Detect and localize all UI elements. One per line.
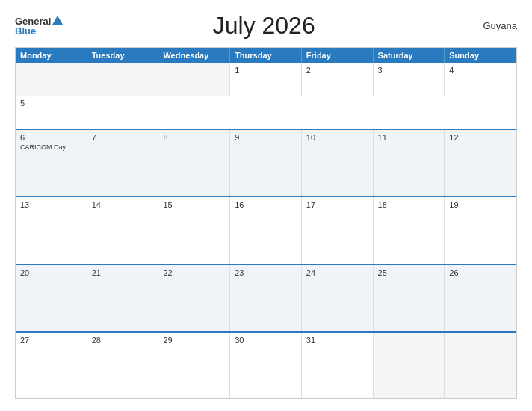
cal-header-day: Saturday — [374, 48, 445, 63]
cal-cell: 30 — [230, 333, 302, 398]
day-number: 2 — [306, 66, 368, 75]
day-number: 31 — [306, 336, 368, 344]
calendar-event: CARICOM Day — [20, 143, 82, 151]
cal-cell: 23 — [230, 265, 302, 331]
cal-header-day: Friday — [302, 48, 374, 63]
day-number: 18 — [378, 200, 440, 209]
cal-cell: 25 — [374, 265, 445, 331]
day-number: 28 — [92, 336, 154, 344]
cal-cell — [16, 63, 87, 96]
cal-cell: 31 — [302, 333, 374, 398]
cal-week: 12345 — [16, 63, 516, 129]
cal-cell: 12 — [445, 130, 516, 196]
logo-triangle-icon — [52, 16, 63, 25]
cal-cell: 15 — [158, 197, 230, 263]
cal-cell: 20 — [16, 265, 87, 331]
day-number: 24 — [306, 268, 368, 277]
cal-week: 13141516171819 — [16, 196, 516, 263]
cal-header-day: Monday — [16, 48, 87, 63]
day-number: 9 — [235, 133, 297, 142]
calendar-header: MondayTuesdayWednesdayThursdayFridaySatu… — [16, 48, 516, 63]
header: General Blue July 2026 Guyana — [15, 12, 517, 40]
day-number: 1 — [235, 66, 297, 75]
day-number: 11 — [378, 133, 440, 142]
cal-cell: 18 — [374, 197, 445, 263]
cal-cell: 11 — [374, 130, 445, 196]
cal-cell: 6CARICOM Day — [16, 130, 87, 196]
day-number: 21 — [92, 268, 154, 277]
cal-cell — [445, 333, 516, 398]
cal-cell: 2 — [302, 63, 374, 96]
day-number: 23 — [235, 268, 297, 277]
cal-cell: 28 — [87, 333, 159, 398]
day-number: 3 — [378, 66, 440, 75]
day-number: 26 — [449, 268, 512, 277]
day-number: 17 — [306, 200, 368, 209]
day-number: 27 — [20, 336, 82, 344]
day-number: 22 — [163, 268, 225, 277]
cal-cell: 1 — [230, 63, 302, 96]
cal-week: 6CARICOM Day789101112 — [16, 129, 516, 196]
calendar-body: 123456CARICOM Day78910111213141516171819… — [16, 63, 516, 398]
cal-week: 20212223242526 — [16, 264, 516, 331]
cal-cell: 17 — [302, 197, 374, 263]
logo: General Blue — [15, 16, 63, 36]
day-number: 12 — [449, 133, 512, 142]
day-number: 30 — [235, 336, 297, 344]
cal-cell: 10 — [302, 130, 374, 196]
cal-header-day: Tuesday — [87, 48, 159, 63]
day-number: 6 — [20, 133, 82, 142]
logo-blue: Blue — [15, 26, 36, 36]
cal-cell: 5 — [16, 96, 87, 129]
day-number: 14 — [92, 200, 154, 209]
cal-cell: 22 — [158, 265, 230, 331]
country-name: Guyana — [465, 20, 517, 31]
cal-header-day: Wednesday — [158, 48, 230, 63]
cal-cell: 26 — [445, 265, 516, 331]
day-number: 16 — [235, 200, 297, 209]
calendar: MondayTuesdayWednesdayThursdayFridaySatu… — [15, 47, 517, 399]
day-number: 5 — [20, 99, 83, 108]
cal-cell: 21 — [87, 265, 159, 331]
logo-general: General — [15, 16, 51, 26]
cal-header-day: Thursday — [230, 48, 302, 63]
cal-cell: 16 — [230, 197, 302, 263]
cal-cell: 9 — [230, 130, 302, 196]
cal-cell: 4 — [445, 63, 516, 96]
cal-cell — [158, 63, 230, 96]
day-number: 25 — [378, 268, 440, 277]
cal-cell — [374, 333, 445, 398]
page: General Blue July 2026 Guyana MondayTues… — [0, 0, 532, 411]
day-number: 7 — [92, 133, 154, 142]
cal-cell: 14 — [87, 197, 159, 263]
day-number: 13 — [20, 200, 82, 209]
day-number: 4 — [449, 66, 511, 75]
cal-header-day: Sunday — [445, 48, 516, 63]
day-number: 15 — [163, 200, 225, 209]
day-number: 29 — [163, 336, 225, 344]
cal-cell: 7 — [87, 130, 159, 196]
cal-week: 2728293031 — [16, 331, 516, 398]
cal-cell: 8 — [158, 130, 230, 196]
day-number: 20 — [20, 268, 82, 277]
day-number: 10 — [306, 133, 368, 142]
cal-cell: 3 — [374, 63, 445, 96]
cal-cell: 13 — [16, 197, 87, 263]
cal-cell: 29 — [158, 333, 230, 398]
day-number: 8 — [163, 133, 225, 142]
month-title: July 2026 — [63, 12, 465, 40]
cal-cell — [87, 63, 159, 96]
cal-cell: 27 — [16, 333, 87, 398]
day-number: 19 — [449, 200, 512, 209]
cal-cell: 19 — [445, 197, 516, 263]
cal-cell: 24 — [302, 265, 374, 331]
